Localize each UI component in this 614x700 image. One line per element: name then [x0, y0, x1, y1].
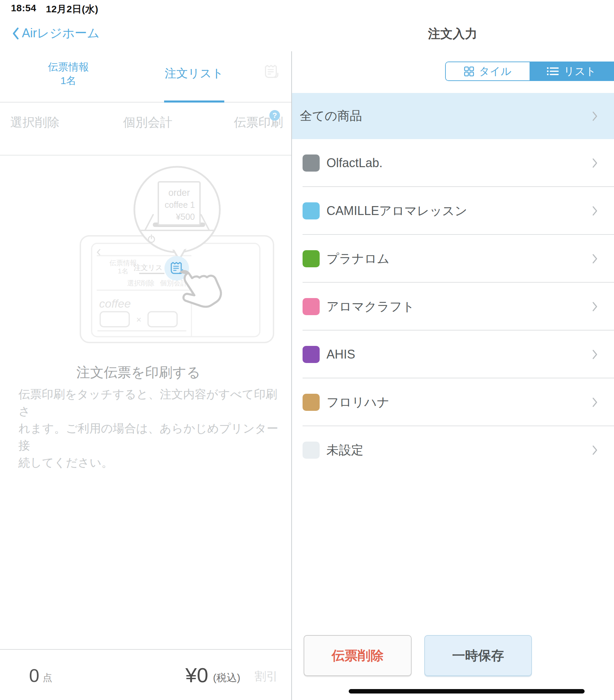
empty-state-body: 伝票印刷をタッチすると、注文内容がすべて印刷さ れます。ご利用の場合は、あらかじ…: [19, 386, 278, 471]
category-label: AHIS: [327, 347, 355, 362]
slip-action-bar: 選択削除 個別会計 伝票印刷 ?: [0, 103, 291, 155]
category-color-swatch: [303, 298, 320, 315]
date: 12月2日(水): [46, 3, 98, 16]
view-toggle: タイル リスト: [445, 62, 614, 81]
temp-save-button[interactable]: 一時保存: [424, 635, 532, 676]
chevron-right-icon: [592, 254, 598, 264]
chevron-right-icon: [592, 445, 598, 455]
item-count-unit: 点: [43, 666, 52, 684]
tile-grid-icon: [464, 66, 474, 77]
category-color-swatch: [303, 441, 320, 459]
chevron-right-icon: [592, 111, 598, 121]
order-total: ¥0 (税込) 割引: [185, 650, 278, 700]
category-label: アロマクラフト: [327, 298, 415, 315]
category-row[interactable]: 未設定: [291, 426, 614, 474]
order-slip-panel: 伝票情報 1名 注文リスト 選択削除 個別会計 伝票印刷 ? 伝票情報 1名 注…: [0, 51, 291, 700]
category-color-swatch: [303, 394, 320, 411]
all-products-row[interactable]: 全ての商品: [291, 93, 614, 139]
category-row[interactable]: AHIS: [291, 330, 614, 378]
category-label: 未設定: [327, 442, 364, 459]
back-button[interactable]: Airレジホーム: [12, 25, 99, 42]
item-count: 0 点: [29, 650, 52, 700]
category-color-swatch: [303, 250, 320, 267]
clock: 18:54: [11, 3, 36, 16]
tax-included-label: (税込): [213, 665, 240, 685]
category-row[interactable]: アロマクラフト: [291, 283, 614, 330]
mini-product-name: coffee: [99, 297, 131, 310]
panel-divider: [291, 51, 292, 700]
delete-slip-button[interactable]: 伝票削除: [304, 635, 412, 676]
help-badge[interactable]: ?: [269, 110, 280, 121]
tab-slip-info-label: 伝票情報: [31, 60, 106, 74]
slip-tab-bar: 伝票情報 1名 注文リスト: [0, 51, 291, 102]
mini-tab-slip-count: 1名: [118, 267, 128, 275]
discount-button[interactable]: 割引: [255, 666, 278, 684]
mini-delete-selection: 選択削除: [127, 279, 155, 287]
category-color-swatch: [303, 154, 320, 172]
category-row[interactable]: プラナロム: [291, 235, 614, 283]
category-row[interactable]: フロリハナ: [291, 378, 614, 426]
category-color-swatch: [303, 346, 320, 363]
category-row[interactable]: OlfactLab.: [291, 139, 614, 187]
chevron-right-icon: [592, 349, 598, 360]
active-tab-underline: [164, 100, 224, 102]
mini-split-billing: 個別会計: [160, 279, 187, 287]
empty-state-body-line: 伝票印刷をタッチすると、注文内容がすべて印刷さ: [19, 386, 278, 420]
toggle-list-label: リスト: [564, 64, 596, 79]
page-title: 注文入力: [291, 26, 614, 42]
empty-state-body-line: れます。ご利用の場合は、あらかじめプリンター接: [19, 420, 278, 454]
print-slip-icon[interactable]: [263, 64, 280, 80]
chevron-right-icon: [592, 206, 598, 216]
toggle-list-view[interactable]: リスト: [530, 62, 613, 80]
category-row[interactable]: CAMILLEアロマレッスン: [291, 187, 614, 235]
empty-state-heading: 注文伝票を印刷する: [0, 363, 277, 382]
delete-selection-button[interactable]: 選択削除: [10, 114, 60, 131]
receipt-line-order: order: [168, 188, 190, 198]
chevron-right-icon: [592, 158, 598, 168]
item-count-value: 0: [29, 665, 39, 686]
print-slip-illustration: 伝票情報 1名 注文リスト 選択削除 個別会計 coffee × order c…: [0, 157, 291, 362]
receipt-line-item: coffee 1: [165, 200, 195, 210]
list-icon: [547, 67, 559, 76]
mini-multiply-sign: ×: [136, 314, 141, 325]
category-color-swatch: [303, 202, 320, 220]
empty-state-body-line: 続してください。: [19, 454, 278, 471]
chevron-left-icon: [12, 27, 19, 40]
split-billing-button[interactable]: 個別会計: [123, 114, 172, 131]
product-panel: タイル リスト 全ての商品 OlfactLab. CAMILLEアロマレッスン …: [291, 51, 614, 700]
back-label: Airレジホーム: [22, 25, 99, 42]
tab-slip-info-count: 1名: [31, 74, 106, 88]
toggle-tile-label: タイル: [479, 64, 512, 79]
category-list: OlfactLab. CAMILLEアロマレッスン プラナロム アロマクラフト …: [291, 139, 614, 474]
tab-order-list[interactable]: 注文リスト: [164, 66, 224, 82]
category-label: フロリハナ: [327, 394, 389, 411]
all-products-label: 全ての商品: [300, 108, 362, 124]
category-label: OlfactLab.: [327, 156, 383, 170]
receipt-line-price: ¥500: [175, 212, 195, 222]
home-indicator[interactable]: [349, 689, 585, 693]
status-bar: 18:54 12月2日(水): [11, 3, 98, 16]
order-totals-bar: 0 点 ¥0 (税込) 割引: [0, 649, 291, 700]
chevron-right-icon: [592, 397, 598, 408]
app-header: Airレジホーム 注文入力: [0, 15, 614, 51]
toggle-tile-view[interactable]: タイル: [446, 62, 530, 80]
mini-tab-slip-info: 伝票情報: [109, 259, 137, 266]
category-label: プラナロム: [327, 251, 389, 267]
chevron-right-icon: [592, 301, 598, 312]
category-label: CAMILLEアロマレッスン: [327, 203, 467, 220]
tab-slip-info[interactable]: 伝票情報 1名: [31, 60, 106, 88]
total-amount: ¥0: [185, 663, 208, 687]
